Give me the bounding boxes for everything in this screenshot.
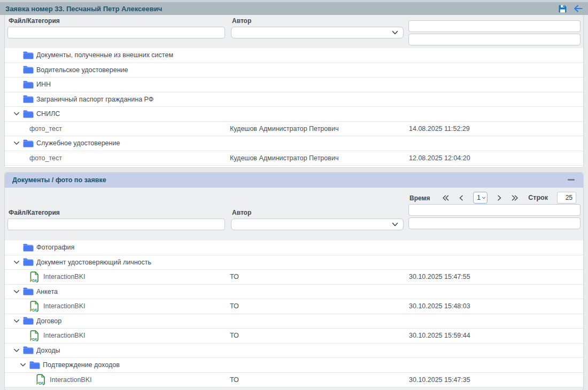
- author-label: Автор: [232, 209, 404, 216]
- file-category-input[interactable]: [7, 219, 225, 230]
- tree-row-folder[interactable]: Анкета: [5, 285, 583, 300]
- chevron-down-icon[interactable]: [11, 317, 23, 325]
- tree-row-label: Документ удостоверяющий личность: [36, 259, 151, 266]
- tree-row-author: Кудешов Администратор Петрович: [230, 125, 409, 132]
- time-to-input[interactable]: [408, 217, 581, 229]
- panel-application-documents: Документы / фото по заявке 1: [4, 172, 584, 390]
- app-header: Заявка номер 33. Песчаный Петр Алексееви…: [0, 2, 588, 15]
- tree-row-label: фото_тест: [29, 125, 62, 132]
- tree-row-file[interactable]: фото_тестКудешов Администратор Петрович1…: [5, 122, 583, 137]
- tree-row-label: Фотография: [36, 244, 74, 251]
- panel2-document-tree: ФотографияДокумент удостоверяющий личнос…: [5, 240, 583, 387]
- folder-icon: [23, 110, 34, 118]
- tree-row-author: ТО: [230, 273, 409, 280]
- tree-row-file[interactable]: PDFInteractionBKIТО30.10.2025 15:48:03: [5, 299, 583, 314]
- tree-row-label: InteractionBKI: [43, 332, 86, 339]
- tree-row-file[interactable]: PDFInteractionBKIТО30.10.2025 15:59:44: [5, 329, 583, 344]
- folder-icon: [29, 361, 40, 369]
- page-title: Заявка номер 33. Песчаный Петр Алексееви…: [5, 5, 558, 13]
- folder-icon: [23, 95, 34, 103]
- file-category-input[interactable]: [7, 27, 225, 38]
- tree-row-label: InteractionBKI: [43, 302, 86, 310]
- pdf-icon: PDF: [29, 301, 40, 312]
- file-category-label: Файл/Категория: [9, 209, 225, 216]
- tree-row-label: Подтверждение доходов: [43, 361, 120, 369]
- tree-row-folder[interactable]: Водительское удостоверение: [5, 63, 583, 78]
- chevron-down-icon: [392, 30, 398, 35]
- folder-icon: [23, 51, 34, 59]
- svg-text:PDF: PDF: [36, 382, 43, 386]
- tree-row-label: Анкета: [36, 288, 58, 295]
- tree-row-label: Договор: [36, 317, 61, 325]
- tree-row-folder[interactable]: Фотография: [5, 240, 583, 255]
- chevron-down-icon: [392, 222, 398, 227]
- tree-row-file[interactable]: фото_тестКудешов Администратор Петрович1…: [5, 151, 583, 166]
- tree-row-file[interactable]: PDFInteractionBKIТО30.10.2025 15:47:35: [5, 373, 583, 388]
- save-icon[interactable]: [558, 4, 567, 13]
- author-select[interactable]: [231, 27, 404, 38]
- folder-icon: [23, 287, 34, 295]
- minimize-icon[interactable]: [566, 176, 576, 184]
- folder-icon: [23, 346, 34, 354]
- time-from-input[interactable]: [408, 20, 581, 32]
- tree-row-label: Служебное удостоверение: [36, 139, 120, 147]
- panel-external-documents: Файл/Категория Автор Документы, полученн…: [4, 15, 584, 168]
- chevron-down-icon[interactable]: [11, 139, 23, 147]
- svg-text:PDF: PDF: [30, 338, 37, 341]
- folder-icon: [23, 139, 34, 147]
- author-select[interactable]: [231, 219, 404, 230]
- tree-row-time: 30.10.2025 15:48:03: [409, 302, 583, 310]
- tree-row-file[interactable]: PDFInteractionBKIТО30.10.2025 15:47:55: [5, 270, 583, 285]
- chevron-down-icon[interactable]: [17, 361, 29, 369]
- panel1-filters: Файл/Категория Автор: [5, 15, 583, 48]
- file-category-label: Файл/Категория: [9, 17, 225, 25]
- folder-icon: [23, 317, 34, 325]
- tree-row-folder[interactable]: Подтверждение доходов: [5, 358, 583, 373]
- tree-row-folder[interactable]: Документы, полученные из внешних систем: [5, 48, 583, 63]
- back-arrow-icon[interactable]: [573, 4, 583, 13]
- tree-row-label: СНИЛС: [36, 110, 60, 118]
- tree-row-folder[interactable]: Служебное удостоверение: [5, 136, 583, 151]
- time-from-input[interactable]: [408, 204, 581, 216]
- chevron-down-icon[interactable]: [11, 347, 23, 354]
- tree-row-time: 30.10.2025 15:47:55: [409, 273, 583, 280]
- tree-row-folder[interactable]: Договор: [5, 314, 583, 329]
- tree-row-author: Кудешов Администратор Петрович: [230, 154, 409, 162]
- panel1-bottom-filler: [5, 166, 583, 167]
- folder-icon: [23, 244, 34, 252]
- tree-row-folder[interactable]: Доходы: [5, 344, 583, 358]
- tree-row-author: ТО: [230, 376, 409, 384]
- tree-row-folder[interactable]: Заграничный паспорт гражданина РФ: [5, 92, 583, 107]
- tree-row-time: 12.08.2025 12:04:20: [409, 154, 583, 162]
- tree-row-label: фото_тест: [29, 154, 62, 162]
- panel2-bottom-filler: [5, 387, 583, 390]
- tree-row-time: 30.10.2025 15:59:44: [409, 332, 583, 339]
- tree-row-author: ТО: [230, 302, 409, 310]
- author-label: Автор: [232, 17, 404, 25]
- panel2-header: Документы / фото по заявке: [5, 173, 583, 188]
- panel2-filters: Файл/Категория Автор Время: [5, 207, 583, 240]
- chevron-down-icon[interactable]: [11, 259, 23, 266]
- folder-icon: [23, 81, 34, 89]
- pdf-icon: PDF: [29, 271, 40, 283]
- panel1-document-tree: Документы, полученные из внешних системВ…: [5, 48, 583, 166]
- tree-row-time: 14.08.2025 11:52:29: [409, 125, 583, 132]
- time-label: Время: [409, 194, 581, 202]
- tree-row-folder[interactable]: Документ удостоверяющий личность: [5, 255, 583, 270]
- pdf-icon: PDF: [36, 374, 46, 385]
- panel2-title: Документы / фото по заявке: [12, 176, 566, 184]
- chevron-down-icon[interactable]: [11, 288, 23, 295]
- folder-icon: [23, 66, 34, 74]
- tree-row-time: 30.10.2025 15:47:35: [409, 376, 583, 384]
- tree-row-folder[interactable]: СНИЛС: [5, 107, 583, 122]
- folder-icon: [23, 258, 34, 266]
- tree-row-label: Документы, полученные из внешних систем: [36, 51, 173, 59]
- tree-row-author: ТО: [230, 332, 409, 339]
- chevron-down-icon[interactable]: [11, 110, 23, 118]
- tree-row-folder[interactable]: ИНН: [5, 77, 583, 92]
- tree-row-label: ИНН: [36, 81, 51, 88]
- time-to-input[interactable]: [408, 34, 581, 45]
- svg-text:PDF: PDF: [30, 308, 37, 312]
- tree-row-label: Заграничный паспорт гражданина РФ: [36, 96, 153, 103]
- tree-row-label: Водительское удостоверение: [36, 66, 128, 74]
